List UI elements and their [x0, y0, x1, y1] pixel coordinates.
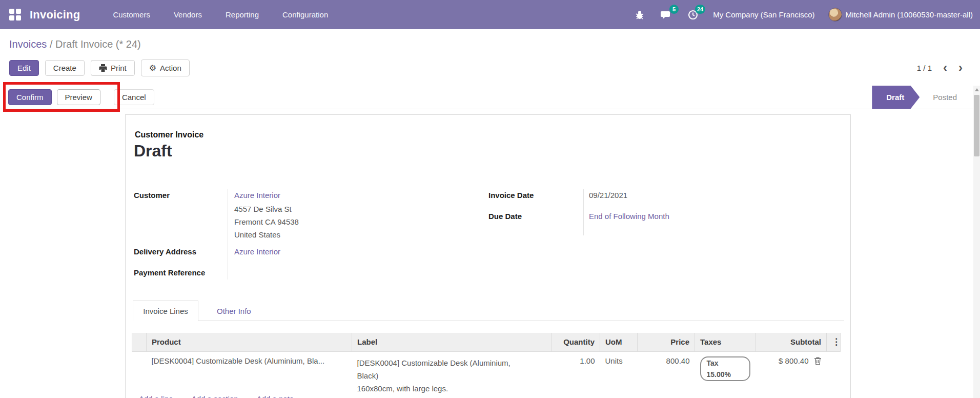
uom-column-header[interactable]: UoM — [600, 333, 638, 351]
taxes-column-header[interactable]: Taxes — [695, 333, 756, 351]
menu-vendors[interactable]: Vendors — [174, 10, 202, 19]
messages-count-badge: 5 — [669, 5, 679, 14]
print-button[interactable]: Print — [91, 60, 135, 76]
scroll-up-arrow-icon[interactable] — [975, 88, 979, 91]
optional-columns-kebab-icon[interactable]: ⋮ — [827, 333, 841, 351]
customer-value-link[interactable]: Azure Interior — [234, 191, 280, 200]
invoicing-app-window: Invoicing Customers Vendors Reporting Co… — [0, 0, 980, 398]
document-state-title: Draft — [134, 142, 172, 161]
gear-icon: ⚙ — [149, 63, 156, 73]
cancel-button[interactable]: Cancel — [114, 89, 154, 105]
delivery-address-value-link[interactable]: Azure Interior — [234, 247, 280, 256]
create-button[interactable]: Create — [45, 60, 85, 76]
pager-next-icon[interactable]: › — [958, 63, 963, 73]
pager-counter: 1 / 1 — [917, 64, 932, 72]
invoice-date-value[interactable]: 09/21/2021 — [589, 191, 627, 200]
table-header-row: Product Label Quantity UoM Price Taxes S… — [132, 333, 841, 351]
delivery-address-label: Delivery Address — [134, 247, 196, 256]
subtotal-cell: $ 800.40 — [756, 351, 827, 398]
quantity-column-header[interactable]: Quantity — [552, 333, 600, 351]
product-column-header[interactable]: Product — [147, 333, 352, 351]
left-group-separator — [228, 189, 228, 280]
company-switcher[interactable]: My Company (San Francisco) — [713, 10, 814, 19]
messages-chat-icon[interactable]: 5 — [660, 8, 673, 22]
customer-address-line: 4557 De Silva St — [234, 205, 292, 213]
label-cell[interactable]: [DESK0004] Customizable Desk (Aluminium,… — [352, 351, 552, 398]
invoice-sheet: Customer Invoice Draft Customer Azure In… — [125, 114, 851, 398]
activities-clock-icon[interactable]: 24 — [686, 8, 700, 22]
confirm-button[interactable]: Confirm — [8, 89, 52, 105]
status-draft[interactable]: Draft — [872, 86, 920, 109]
invoice-lines-table: Product Label Quantity UoM Price Taxes S… — [132, 333, 841, 398]
scrollbar-thumb[interactable] — [974, 95, 979, 156]
status-posted[interactable]: Posted — [920, 93, 973, 102]
price-column-header[interactable]: Price — [638, 333, 695, 351]
menu-configuration[interactable]: Configuration — [282, 10, 328, 19]
customer-label: Customer — [134, 191, 170, 200]
tab-other-info[interactable]: Other Info — [208, 301, 260, 321]
user-avatar — [828, 8, 842, 22]
due-date-value-link[interactable]: End of Following Month — [589, 212, 669, 221]
breadcrumb-current: Draft Invoice (* 24) — [55, 38, 141, 50]
user-name: Mitchell Admin (10060530-master-all) — [846, 10, 973, 19]
add-a-line-link[interactable]: Add a line — [139, 394, 173, 398]
product-cell[interactable]: [DESK0004] Customizable Desk (Aluminium,… — [147, 351, 352, 398]
top-navbar: Invoicing Customers Vendors Reporting Co… — [0, 0, 980, 29]
label-column-header[interactable]: Label — [352, 333, 552, 351]
preview-button[interactable]: Preview — [57, 89, 100, 105]
taxes-cell[interactable]: Tax 15.00% — [695, 351, 756, 398]
invoice-date-label: Invoice Date — [488, 191, 534, 200]
customer-address-line: Fremont CA 94538 — [234, 217, 299, 226]
main-menu: Customers Vendors Reporting Configuratio… — [113, 10, 328, 19]
payment-reference-label: Payment Reference — [134, 268, 205, 277]
control-panel-buttons: Edit Create Print ⚙ Action — [9, 59, 190, 76]
menu-customers[interactable]: Customers — [113, 10, 150, 19]
due-date-label: Due Date — [488, 212, 522, 221]
uom-cell[interactable]: Units — [600, 351, 638, 398]
menu-reporting[interactable]: Reporting — [226, 10, 259, 19]
handle-column-header — [132, 333, 147, 351]
apps-grid-icon[interactable] — [9, 9, 22, 21]
activities-count-badge: 24 — [695, 5, 705, 14]
drag-handle-cell[interactable] — [132, 351, 147, 398]
user-menu[interactable]: Mitchell Admin (10060530-master-all) — [828, 8, 973, 22]
customer-address-line: United States — [234, 230, 280, 239]
table-footer-links: Add a line Add a section Add a note — [139, 394, 294, 398]
breadcrumb: Invoices / Draft Invoice (* 24) — [9, 38, 141, 50]
breadcrumb-invoices-link[interactable]: Invoices — [9, 38, 47, 50]
add-a-section-link[interactable]: Add a section — [192, 394, 238, 398]
breadcrumb-separator: / — [47, 38, 55, 50]
pager-previous-icon[interactable]: ‹ — [943, 63, 947, 73]
form-statusbar: Confirm Preview Cancel Draft Posted — [0, 86, 973, 109]
price-cell[interactable]: 800.40 — [638, 351, 695, 398]
tab-invoice-lines[interactable]: Invoice Lines — [133, 301, 198, 321]
vertical-scrollbar[interactable] — [973, 86, 980, 398]
subtotal-value: $ 800.40 — [779, 356, 808, 365]
edit-button[interactable]: Edit — [9, 60, 39, 76]
navbar-right: 5 24 My Company (San Francisco) Mitchell… — [633, 8, 980, 22]
record-pager: 1 / 1 ‹ › — [917, 63, 963, 73]
right-group-separator — [583, 189, 584, 235]
tax-badge[interactable]: Tax 15.00% — [700, 356, 750, 381]
document-type-label: Customer Invoice — [135, 130, 203, 140]
printer-icon — [99, 64, 107, 72]
delete-line-trash-icon[interactable] — [814, 357, 822, 365]
quantity-cell[interactable]: 1.00 — [552, 351, 600, 398]
invoice-line-row[interactable]: [DESK0004] Customizable Desk (Aluminium,… — [132, 351, 841, 398]
add-a-note-link[interactable]: Add a note — [257, 394, 294, 398]
app-title[interactable]: Invoicing — [30, 8, 80, 22]
action-button[interactable]: ⚙ Action — [141, 59, 190, 76]
subtotal-column-header[interactable]: Subtotal — [756, 333, 827, 351]
debug-bug-icon[interactable] — [633, 8, 646, 22]
